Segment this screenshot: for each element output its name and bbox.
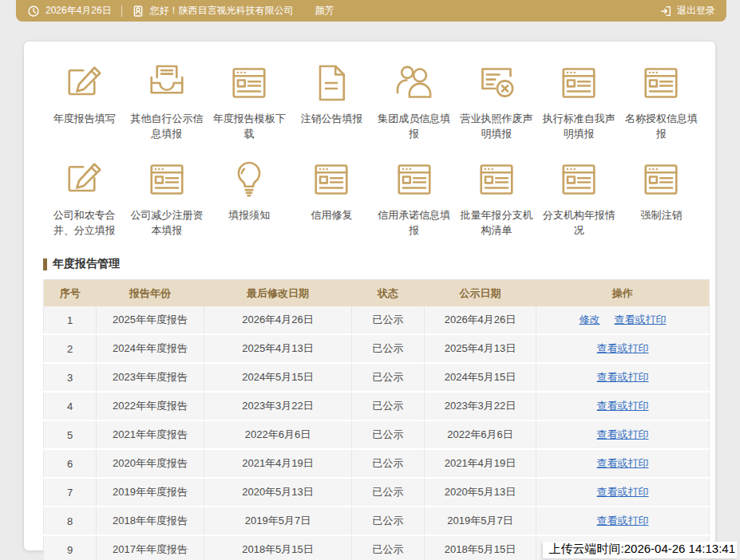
browser-icon	[639, 157, 683, 202]
logout-icon	[659, 5, 672, 18]
status-label: 已公示	[352, 306, 425, 334]
table-row: 82018年年度报告2019年5月7日已公示2019年5月7日查看或打印	[44, 507, 710, 535]
grid-item-branch-annual-report-status[interactable]: 分支机构年报情况	[538, 157, 620, 238]
grid-item-name-authorization-info[interactable]: 名称授权信息填报	[620, 61, 702, 141]
table-row: 22024年年度报告2025年4月13日已公示2025年4月13日查看或打印	[44, 334, 710, 363]
clock-icon	[27, 5, 40, 18]
grid-item-filing-instructions[interactable]: 填报须知	[208, 157, 291, 238]
actions-cell: 查看或打印	[536, 478, 710, 507]
row-number: 1	[44, 306, 97, 334]
actions-cell: 修改查看或打印	[536, 306, 710, 334]
grid-item-capital-reduction-fill[interactable]: 公司减少注册资本填报	[125, 157, 208, 238]
current-date: 2026年4月26日	[46, 4, 112, 18]
grid-item-standard-self-declaration[interactable]: 执行标准自我声明填报	[538, 61, 620, 141]
row-number: 6	[44, 449, 97, 478]
view-or-print-link[interactable]: 查看或打印	[597, 342, 649, 354]
view-or-print-link[interactable]: 查看或打印	[597, 486, 649, 498]
row-number: 2	[44, 334, 97, 363]
main-panel: 年度报告填写其他自行公示信息填报年度报告模板下载注销公告填报集团成员信息填报营业…	[24, 41, 715, 550]
last-modified-date: 2024年5月15日	[204, 363, 352, 392]
publish-date: 2023年3月22日	[425, 392, 536, 420]
grid-item-label: 填报须知	[228, 207, 270, 223]
user-name: 颜芳	[315, 4, 334, 18]
grid-item-forced-cancellation[interactable]: 强制注销	[620, 157, 702, 238]
browser-icon	[639, 61, 683, 105]
publish-date: 2021年4月19日	[425, 449, 536, 478]
view-or-print-link[interactable]: 查看或打印	[597, 428, 649, 440]
grid-item-label: 年度报告填写	[53, 111, 116, 126]
status-label: 已公示	[352, 478, 425, 507]
grid-item-group-member-info-fill[interactable]: 集团成员信息填报	[373, 61, 455, 141]
grid-item-label: 营业执照作废声明填报	[457, 111, 536, 141]
column-header: 序号	[44, 280, 97, 307]
last-modified-date: 2021年4月19日	[204, 449, 352, 478]
column-header: 报告年份	[97, 280, 204, 307]
row-number: 4	[44, 392, 97, 420]
grid-item-annual-report-template-download[interactable]: 年度报告模板下载	[208, 61, 291, 141]
group-icon	[392, 61, 437, 105]
grid-item-label: 执行标准自我声明填报	[540, 111, 618, 141]
grid-item-credit-repair[interactable]: 信用修复	[291, 157, 373, 238]
publish-date: 2020年5月13日	[425, 478, 536, 507]
table-row: 72019年年度报告2020年5月13日已公示2020年5月13日查看或打印	[44, 478, 710, 507]
browser-icon	[474, 157, 519, 202]
annual-report-table: 序号报告年份最后修改日期状态公示日期操作 12025年年度报告2026年4月26…	[43, 279, 710, 560]
last-modified-date: 2023年3月22日	[204, 392, 352, 420]
browser-icon	[227, 61, 271, 105]
table-header-row: 序号报告年份最后修改日期状态公示日期操作	[44, 280, 710, 307]
status-label: 已公示	[352, 363, 425, 392]
publish-date: 2025年4月13日	[425, 334, 536, 363]
actions-cell: 查看或打印	[536, 363, 710, 392]
actions-cell: 查看或打印	[536, 507, 710, 535]
grid-item-cancellation-announcement-fill[interactable]: 注销公告填报	[291, 61, 373, 141]
last-modified-date: 2025年4月13日	[204, 334, 352, 363]
publish-date: 2026年4月26日	[425, 306, 536, 334]
view-or-print-link[interactable]: 查看或打印	[597, 457, 649, 469]
report-year: 2023年年度报告	[97, 363, 204, 392]
modify-link[interactable]: 修改	[580, 314, 600, 325]
inbox-icon	[144, 61, 189, 105]
report-table-body: 12025年年度报告2026年4月26日已公示2026年4月26日修改查看或打印…	[44, 306, 710, 560]
column-header: 操作	[536, 280, 710, 307]
actions-cell: 查看或打印	[536, 420, 710, 449]
last-modified-date: 2018年5月15日	[204, 535, 352, 560]
actions-cell: 查看或打印	[536, 392, 710, 420]
grid-item-annual-report-fill[interactable]: 年度报告填写	[43, 61, 125, 141]
column-header: 状态	[352, 280, 425, 307]
table-row: 62020年年度报告2021年4月19日已公示2021年4月19日查看或打印	[44, 449, 710, 478]
grid-item-batch-annual-report-branch-list[interactable]: 批量年报分支机构清单	[455, 157, 537, 238]
browser-icon	[556, 61, 601, 105]
grid-item-label: 信用承诺信息填报	[375, 207, 453, 238]
section-title-text: 年度报告管理	[53, 257, 120, 271]
publish-date: 2018年5月15日	[425, 535, 536, 560]
grid-item-other-self-publicity-info[interactable]: 其他自行公示信息填报	[125, 61, 208, 141]
report-year: 2021年年度报告	[97, 420, 204, 449]
grid-item-credit-commitment-info[interactable]: 信用承诺信息填报	[373, 157, 455, 238]
actions-cell: 查看或打印	[536, 449, 710, 478]
report-year: 2018年年度报告	[97, 507, 204, 535]
grid-item-merger-division-fill[interactable]: 公司和农专合并、分立填报	[43, 157, 125, 238]
last-modified-date: 2022年6月6日	[204, 420, 352, 449]
section-accent-bar	[43, 258, 47, 270]
table-row: 32023年年度报告2024年5月15日已公示2024年5月15日查看或打印	[44, 363, 710, 392]
view-or-print-link[interactable]: 查看或打印	[615, 314, 667, 325]
logout-label: 退出登录	[677, 4, 715, 18]
row-number: 7	[44, 478, 97, 507]
grid-item-license-invalidation-declaration[interactable]: 营业执照作废声明填报	[455, 61, 537, 141]
status-label: 已公示	[352, 535, 425, 560]
row-number: 3	[44, 363, 97, 392]
top-bar: 2026年4月26日 您好！陕西目言视光科技有限公司 颜芳 退出登录	[16, 0, 726, 22]
icon-grid: 年度报告填写其他自行公示信息填报年度报告模板下载注销公告填报集团成员信息填报营业…	[43, 61, 702, 238]
edit-icon	[62, 157, 107, 202]
logout-button[interactable]: 退出登录	[659, 4, 715, 18]
status-label: 已公示	[352, 392, 425, 420]
table-row: 52021年年度报告2022年6月6日已公示2022年6月6日查看或打印	[44, 420, 710, 449]
status-label: 已公示	[352, 420, 425, 449]
view-or-print-link[interactable]: 查看或打印	[597, 515, 649, 526]
view-or-print-link[interactable]: 查看或打印	[597, 371, 649, 383]
report-year: 2019年年度报告	[97, 478, 204, 507]
view-or-print-link[interactable]: 查看或打印	[597, 400, 649, 412]
row-number: 8	[44, 507, 97, 535]
column-header: 最后修改日期	[204, 280, 352, 307]
status-label: 已公示	[352, 507, 425, 535]
